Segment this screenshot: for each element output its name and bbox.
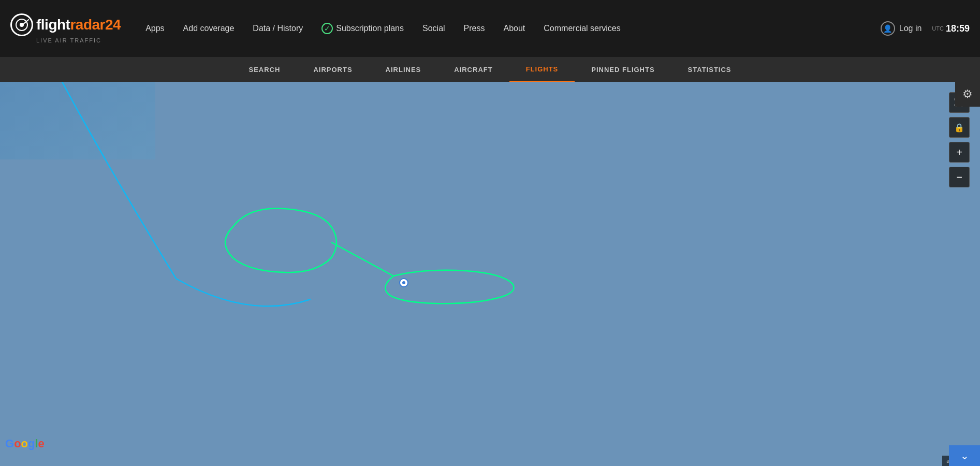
nav-item-social[interactable]: Social <box>413 0 455 57</box>
sec-nav-flights[interactable]: FLIGHTS <box>509 57 575 82</box>
sec-nav-pinned[interactable]: PINNED FLIGHTS <box>575 57 671 82</box>
nav-item-data-history[interactable]: Data / History <box>243 0 312 57</box>
zoom-in-button[interactable]: + <box>949 142 970 163</box>
nav-item-commercial[interactable]: Commercial services <box>534 0 630 57</box>
zoom-out-button[interactable]: − <box>949 167 970 187</box>
nav-links: Apps Add coverage Data / History ✓ Subsc… <box>136 0 881 57</box>
subscription-icon: ✓ <box>321 23 333 34</box>
sec-nav-search[interactable]: SEARCH <box>232 57 297 82</box>
map-canvas <box>0 82 155 159</box>
utc-time: UTC 18:59 <box>932 23 970 34</box>
login-button[interactable]: 👤 Log in <box>881 21 922 36</box>
nav-item-add-coverage[interactable]: Add coverage <box>174 0 244 57</box>
svg-point-0 <box>400 279 408 287</box>
settings-button[interactable]: ⚙ <box>955 82 980 107</box>
secondary-navigation: SEARCH AIRPORTS AIRLINES AIRCRAFT FLIGHT… <box>0 57 980 82</box>
top-navigation: flightradar24 LIVE AIR TRAFFIC Apps Add … <box>0 0 980 57</box>
logo-icon <box>10 13 33 36</box>
svg-point-1 <box>402 281 405 284</box>
nav-item-apps[interactable]: Apps <box>136 0 173 57</box>
sec-nav-airlines[interactable]: AIRLINES <box>369 57 438 82</box>
sec-nav-aircraft[interactable]: AIRCRAFT <box>437 57 509 82</box>
lock-button[interactable]: 🔒 <box>949 117 970 138</box>
sec-nav-statistics[interactable]: STATISTICS <box>671 57 748 82</box>
nav-item-about[interactable]: About <box>494 0 534 57</box>
nav-right: 👤 Log in UTC 18:59 <box>881 21 970 36</box>
logo-text: flightradar24 <box>36 17 121 33</box>
logo-subtitle: LIVE AIR TRAFFIC <box>36 37 101 43</box>
sec-nav-airports[interactable]: AIRPORTS <box>297 57 369 82</box>
logo[interactable]: flightradar24 LIVE AIR TRAFFIC <box>10 13 121 43</box>
google-logo: Google <box>5 437 45 450</box>
nav-item-press[interactable]: Press <box>455 0 494 57</box>
map-area[interactable]: ⛶ 🔒 + − Google a map error ⌄ <box>0 82 980 466</box>
user-icon: 👤 <box>881 21 895 36</box>
nav-item-subscription[interactable]: ✓ Subscription plans <box>312 0 413 57</box>
bottom-arrow-button[interactable]: ⌄ <box>949 445 980 466</box>
